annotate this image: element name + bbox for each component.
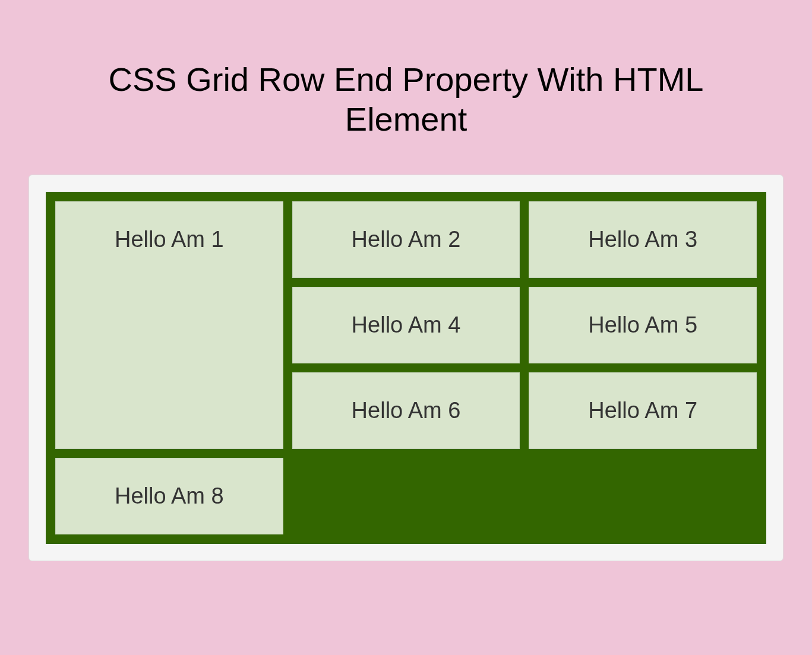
grid-container: Hello Am 1 Hello Am 2 Hello Am 3 Hello A… xyxy=(46,192,766,544)
grid-item-1: Hello Am 1 xyxy=(55,201,283,449)
grid-item-4: Hello Am 4 xyxy=(292,287,520,363)
grid-item-5: Hello Am 5 xyxy=(529,287,757,363)
grid-container-wrapper: Hello Am 1 Hello Am 2 Hello Am 3 Hello A… xyxy=(29,175,783,561)
grid-item-6: Hello Am 6 xyxy=(292,372,520,449)
grid-item-8: Hello Am 8 xyxy=(55,458,283,534)
grid-item-2: Hello Am 2 xyxy=(292,201,520,278)
page-title: CSS Grid Row End Property With HTML Elem… xyxy=(0,0,812,175)
grid-item-7: Hello Am 7 xyxy=(529,372,757,449)
grid-item-3: Hello Am 3 xyxy=(529,201,757,278)
